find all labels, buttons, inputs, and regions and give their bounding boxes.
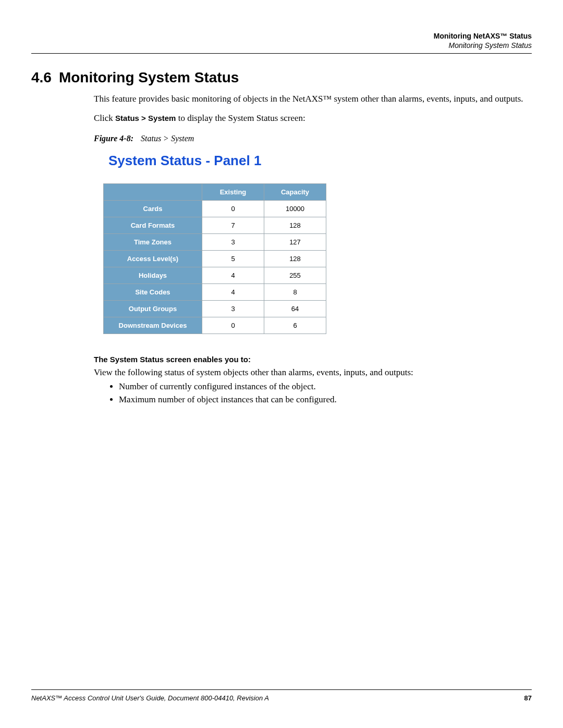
view-paragraph: View the following status of system obje… (94, 367, 527, 379)
figure-caption: Figure 4-8: Status > System (94, 134, 527, 143)
table-row: Holidays4255 (104, 267, 326, 284)
row-capacity-value: 127 (264, 234, 326, 251)
page-header-right: Monitoring NetAXS™ Status Monitoring Sys… (31, 31, 532, 50)
row-capacity-value: 6 (264, 317, 326, 334)
page-footer: NetAXS™ Access Control Unit User's Guide… (31, 689, 532, 702)
table-col-capacity: Capacity (264, 184, 326, 201)
status-table: Existing Capacity Cards010000Card Format… (103, 183, 326, 334)
click-prefix: Click (94, 113, 115, 123)
section-title-text: Monitoring System Status (59, 69, 239, 86)
table-corner-cell (104, 184, 202, 201)
row-existing-value: 4 (202, 267, 264, 284)
table-row: Card Formats7128 (104, 217, 326, 234)
table-row: Downstream Devices06 (104, 317, 326, 334)
row-capacity-value: 255 (264, 267, 326, 284)
table-row: Time Zones3127 (104, 234, 326, 251)
header-line2: Monitoring System Status (31, 41, 532, 50)
bullet-item: Number of currently configured instances… (119, 381, 527, 393)
enable-heading: The System Status screen enables you to: (94, 355, 527, 364)
footer-left-text: NetAXS™ Access Control Unit User's Guide… (31, 694, 269, 702)
row-existing-value: 3 (202, 301, 264, 317)
row-label: Downstream Devices (104, 317, 202, 334)
footer-page-number: 87 (524, 694, 532, 702)
click-instruction: Click Status > System to display the Sys… (94, 113, 527, 125)
row-capacity-value: 64 (264, 301, 326, 317)
footer-rule (31, 689, 532, 690)
row-capacity-value: 128 (264, 217, 326, 234)
table-row: Output Groups364 (104, 301, 326, 317)
row-existing-value: 0 (202, 317, 264, 334)
table-header-row: Existing Capacity (104, 184, 326, 201)
table-row: Cards010000 (104, 201, 326, 217)
row-label: Cards (104, 201, 202, 217)
row-existing-value: 0 (202, 201, 264, 217)
intro-paragraph: This feature provides basic monitoring o… (94, 93, 527, 105)
bullet-item: Maximum number of object instances that … (119, 394, 527, 406)
click-suffix: to display the System Status screen: (176, 113, 305, 123)
row-label: Site Codes (104, 284, 202, 301)
row-existing-value: 4 (202, 284, 264, 301)
row-capacity-value: 10000 (264, 201, 326, 217)
header-rule (31, 53, 532, 54)
header-line1: Monitoring NetAXS™ Status (31, 31, 532, 41)
panel-heading: System Status - Panel 1 (108, 153, 527, 169)
table-row: Site Codes48 (104, 284, 326, 301)
click-path-bold: Status > System (115, 114, 176, 122)
figure-label: Figure 4-8: (94, 134, 133, 143)
row-label: Output Groups (104, 301, 202, 317)
section-heading: 4.6 Monitoring System Status (31, 69, 532, 86)
row-existing-value: 5 (202, 251, 264, 267)
table-col-existing: Existing (202, 184, 264, 201)
figure-title: Status > System (141, 134, 194, 143)
row-label: Card Formats (104, 217, 202, 234)
row-label: Holidays (104, 267, 202, 284)
section-number: 4.6 (31, 69, 52, 86)
table-row: Access Level(s)5128 (104, 251, 326, 267)
row-capacity-value: 8 (264, 284, 326, 301)
row-label: Time Zones (104, 234, 202, 251)
row-capacity-value: 128 (264, 251, 326, 267)
row-existing-value: 3 (202, 234, 264, 251)
row-label: Access Level(s) (104, 251, 202, 267)
bullet-list: Number of currently configured instances… (119, 381, 527, 406)
row-existing-value: 7 (202, 217, 264, 234)
